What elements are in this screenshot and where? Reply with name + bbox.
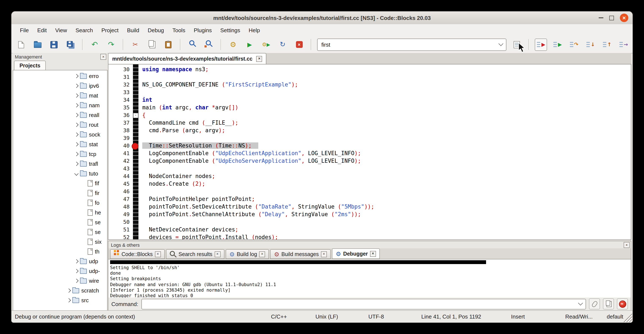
step-out-button[interactable]: ↑: [601, 38, 613, 51]
tree-item-rout[interactable]: rout: [13, 120, 107, 130]
line-number[interactable]: 52: [108, 233, 130, 240]
tree-item-ipv6[interactable]: ipv6: [13, 81, 107, 91]
command-combobox[interactable]: [141, 299, 586, 309]
tree-item-udp[interactable]: udp: [13, 256, 107, 266]
line-number[interactable]: 46: [108, 188, 130, 195]
tree-item-stat[interactable]: stat: [13, 139, 107, 149]
tree-item-mat[interactable]: mat: [13, 91, 107, 101]
tree-item-scratch[interactable]: scratch: [13, 286, 107, 295]
tab-close-icon[interactable]: [155, 251, 161, 257]
minimize-button[interactable]: [599, 17, 603, 18]
close-button[interactable]: ×: [620, 14, 628, 22]
debugger-log[interactable]: Setting SHELL to '/bin/sh'doneSetting br…: [108, 259, 631, 297]
line-number[interactable]: 36: [108, 112, 130, 119]
menu-item-file[interactable]: File: [16, 24, 33, 36]
line-number[interactable]: 48: [108, 203, 130, 211]
logs-close-icon[interactable]: [624, 242, 630, 248]
tree-item-tuto[interactable]: tuto: [13, 169, 107, 178]
run-to-cursor-button[interactable]: ▶: [551, 38, 564, 51]
chevron-right-icon[interactable]: [74, 162, 78, 166]
tree-item-se[interactable]: se: [13, 217, 107, 227]
tree-item-trafl[interactable]: trafl: [13, 159, 107, 169]
tab-close-icon[interactable]: [370, 251, 376, 257]
combo-dropdown-icon[interactable]: [496, 39, 506, 50]
line-number[interactable]: 38: [108, 127, 130, 134]
open-file-button[interactable]: [31, 38, 44, 51]
tree-item-se[interactable]: se: [13, 227, 107, 237]
chevron-right-icon[interactable]: [74, 74, 78, 78]
search-target-input[interactable]: [318, 41, 496, 48]
tree-item-tcp[interactable]: tcp: [13, 149, 107, 159]
tree-item-fif[interactable]: fif: [13, 178, 107, 188]
debug-continue-button[interactable]: ▶: [535, 38, 547, 51]
tree-item-reall[interactable]: reall: [13, 110, 107, 120]
tab-close-icon[interactable]: [214, 251, 220, 257]
tree-item-th[interactable]: th: [13, 247, 107, 256]
logs-tab-debugger[interactable]: ⚙Debugger: [332, 248, 380, 259]
next-line-button[interactable]: ↷: [568, 38, 580, 51]
chevron-right-icon[interactable]: [67, 288, 71, 293]
line-number[interactable]: 44: [108, 173, 130, 180]
save-file-button[interactable]: [48, 38, 60, 51]
paste-button[interactable]: [162, 38, 174, 51]
menu-item-search[interactable]: Search: [71, 24, 97, 36]
chevron-right-icon[interactable]: [74, 103, 78, 107]
logs-tab-search-results[interactable]: Search results: [166, 249, 224, 259]
cut-button[interactable]: ✂: [129, 38, 142, 51]
menu-item-plugins[interactable]: Plugins: [190, 24, 216, 36]
line-number[interactable]: 42: [108, 157, 130, 165]
abort-build-button[interactable]: ×: [293, 38, 305, 51]
chevron-right-icon[interactable]: [74, 279, 78, 283]
code-editor[interactable]: 30using namespace ns3;3132NS_LOG_COMPONE…: [108, 64, 631, 240]
chevron-down-icon[interactable]: [74, 171, 78, 176]
menu-item-project[interactable]: Project: [97, 24, 123, 36]
menu-item-view[interactable]: View: [51, 24, 71, 36]
redo-button[interactable]: ↷: [105, 38, 117, 51]
save-all-button[interactable]: [64, 38, 77, 51]
step-into-button[interactable]: ↓: [584, 38, 596, 51]
editor-tab-close-icon[interactable]: [256, 56, 262, 62]
find-button[interactable]: [186, 38, 198, 51]
line-number[interactable]: 47: [108, 195, 130, 203]
tree-item-six[interactable]: six: [13, 237, 107, 247]
chevron-right-icon[interactable]: [74, 113, 78, 117]
project-tree[interactable]: erroipv6matnamreallroutsockstattcptraflt…: [13, 70, 108, 311]
fold-marker-icon[interactable]: [133, 113, 138, 118]
undo-button[interactable]: ↶: [88, 38, 101, 51]
chevron-right-icon[interactable]: [67, 298, 71, 302]
line-number[interactable]: 50: [108, 218, 130, 226]
title-bar[interactable]: mnt/dev/tools/source/ns-3-dev/examples/t…: [12, 12, 632, 25]
chevron-right-icon[interactable]: [74, 123, 78, 127]
breakpoint-icon[interactable]: [132, 143, 138, 150]
tree-item-erro[interactable]: erro: [13, 71, 107, 81]
line-number[interactable]: 34: [108, 96, 130, 104]
menu-item-debug[interactable]: Debug: [144, 24, 168, 36]
line-number[interactable]: 49: [108, 211, 130, 218]
tree-item-nam[interactable]: nam: [13, 101, 107, 110]
logs-tab-build-messages[interactable]: ⚙Build messages: [270, 249, 331, 259]
copy-button[interactable]: [146, 38, 158, 51]
line-number[interactable]: 39: [108, 134, 130, 142]
copy-log-button[interactable]: [603, 298, 614, 309]
chevron-right-icon[interactable]: [74, 259, 78, 263]
line-number[interactable]: 31: [108, 73, 130, 81]
chevron-right-icon[interactable]: [74, 132, 78, 137]
tree-item-he[interactable]: he: [13, 208, 107, 217]
logs-tab-build-log[interactable]: ⚙Build log: [226, 249, 269, 259]
menu-item-build[interactable]: Build: [123, 24, 144, 36]
menu-item-settings[interactable]: Settings: [216, 24, 244, 36]
build-button[interactable]: ⚙: [227, 38, 239, 51]
management-close-icon[interactable]: [100, 54, 106, 60]
tree-item-wire[interactable]: wire: [13, 276, 107, 286]
line-number[interactable]: 33: [108, 89, 130, 96]
build-and-run-button[interactable]: ⚙▶: [260, 38, 272, 51]
tab-close-icon[interactable]: [321, 251, 327, 257]
chevron-right-icon[interactable]: [74, 142, 78, 146]
maximize-button[interactable]: [609, 16, 614, 20]
attach-button[interactable]: [589, 298, 600, 309]
chevron-right-icon[interactable]: [74, 152, 78, 156]
editor-tab-first-cc[interactable]: mnt/dev/tools/source/ns-3-dev/examples/t…: [108, 53, 266, 64]
logs-tab-code-blocks[interactable]: Code::Blocks: [110, 249, 164, 259]
stop-debugger-button[interactable]: [617, 298, 628, 309]
chevron-right-icon[interactable]: [74, 94, 78, 98]
